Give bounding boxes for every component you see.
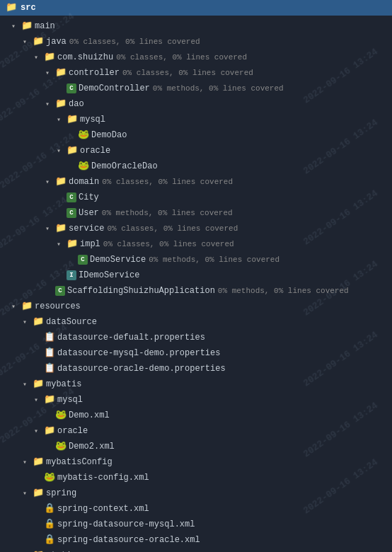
tree-row[interactable]: 🐸 DemoDao xyxy=(0,127,392,143)
tree-row[interactable]: C ScaffoldingShuizhuApplication 0% metho… xyxy=(0,283,392,299)
tree-row[interactable]: ▾ 📁 service 0% classes, 0% lines covered xyxy=(0,221,392,236)
tree-row[interactable]: ▾ 📁 domain 0% classes, 0% lines covered xyxy=(0,174,392,190)
tree-row[interactable]: ▾ 📁 dao xyxy=(0,96,392,112)
tree-row[interactable]: ▾ 📁 oracle xyxy=(0,423,392,439)
tree-row[interactable]: ▾ 📁 mysql xyxy=(0,112,392,127)
node-label: mybatis-config.xml xyxy=(57,473,149,483)
tree-row[interactable]: ▾ 📁 spring xyxy=(0,485,392,501)
node-label: DemoOracleDao xyxy=(91,161,158,171)
tree-row[interactable]: C DemoService 0% methods, 0% lines cover… xyxy=(0,252,392,268)
node-label: IDemoService xyxy=(79,270,139,280)
tree-row[interactable]: 🔒 spring-datasource-oracle.xml xyxy=(0,532,392,548)
tree-row[interactable]: C City xyxy=(0,190,392,205)
node-label: domain xyxy=(69,177,99,187)
node-label: com.shuizhu xyxy=(57,52,113,62)
tree-row[interactable]: C DemoController 0% methods, 0% lines co… xyxy=(0,81,392,96)
node-label: java xyxy=(46,37,67,47)
node-label: controller xyxy=(69,68,120,78)
node-label: ScaffoldingShuizhuApplication xyxy=(67,286,215,296)
node-label: Demo.xml xyxy=(69,410,110,420)
node-label: oracle xyxy=(80,146,110,156)
node-label: dataSource xyxy=(46,317,97,327)
tree-row[interactable]: ▾ 📁 dataSource xyxy=(0,314,392,330)
tree-row[interactable]: 🐸 Demo.xml xyxy=(0,408,392,423)
tree-row[interactable]: ▾ 📁 controller 0% classes, 0% lines cove… xyxy=(0,65,392,81)
node-label: main xyxy=(35,21,55,31)
top-bar-label: src xyxy=(21,3,36,13)
node-label: DemoService xyxy=(90,255,146,265)
tree-row[interactable]: ▾ 📁 java 0% classes, 0% lines covered xyxy=(0,34,392,50)
top-bar: 📁 src xyxy=(0,0,392,16)
tree-row[interactable]: 📋 datasource-mysql-demo.properties xyxy=(0,345,392,361)
tree-row[interactable]: ▾ 📁 impl 0% classes, 0% lines covered xyxy=(0,236,392,252)
node-label: DemoController xyxy=(79,84,150,93)
tree-row[interactable]: 📋 datasource-oracle-demo.properties xyxy=(0,361,392,376)
tree-row[interactable]: ▾ 📁 com.shuizhu 0% classes, 0% lines cov… xyxy=(0,50,392,65)
node-label: spring xyxy=(46,488,76,498)
tree-row[interactable]: ▾ 📁 main xyxy=(0,18,392,34)
node-label: spring-context.xml xyxy=(57,504,149,514)
node-label: service xyxy=(69,224,104,234)
node-label: datasource-defualt.properties xyxy=(57,333,205,343)
tree-row[interactable]: 📋 datasource-defualt.properties xyxy=(0,330,392,345)
tree-row[interactable]: ▾ 📁 mybatisConfig xyxy=(0,454,392,470)
tree-row[interactable]: C User 0% methods, 0% lines covered xyxy=(0,205,392,221)
tree-row[interactable]: 🐸 mybatis-config.xml xyxy=(0,470,392,485)
tree-row[interactable]: 🐸 Demo2.xml xyxy=(0,439,392,454)
tree-row[interactable]: I IDemoService xyxy=(0,268,392,283)
node-label: spring-datasource-oracle.xml xyxy=(57,535,200,545)
node-label: City xyxy=(79,192,99,202)
node-label: mybatisConfig xyxy=(46,457,113,467)
node-label: impl xyxy=(80,239,100,249)
node-label: User xyxy=(79,208,99,218)
node-label: datasource-oracle-demo.properties xyxy=(57,364,226,374)
tree-row[interactable]: ▾ 📁 resources xyxy=(0,299,392,314)
node-label: mybatis xyxy=(46,379,81,389)
tree-row[interactable]: 🔒 spring-datasource-mysql.xml xyxy=(0,517,392,532)
node-label: spring-datasource-mysql.xml xyxy=(57,519,195,529)
node-label: datasource-mysql-demo.properties xyxy=(57,348,220,358)
file-tree: ▾ 📁 main ▾ 📁 java 0% classes, 0% lines c… xyxy=(0,16,392,552)
tree-row[interactable]: ▸ 📁 static xyxy=(0,548,392,552)
node-label: Demo2.xml xyxy=(69,442,115,452)
node-label: dao xyxy=(69,99,84,109)
tree-row[interactable]: ▾ 📁 mybatis xyxy=(0,376,392,392)
node-label: DemoDao xyxy=(91,130,127,140)
node-label: mysql xyxy=(57,395,83,405)
node-label: mysql xyxy=(80,115,105,125)
tree-row[interactable]: 🐸 DemoOracleDao xyxy=(0,159,392,174)
node-label: oracle xyxy=(57,426,88,436)
tree-row[interactable]: ▾ 📁 mysql xyxy=(0,392,392,408)
tree-row[interactable]: 🔒 spring-context.xml xyxy=(0,501,392,517)
tree-row[interactable]: ▾ 📁 oracle xyxy=(0,143,392,159)
node-label: resources xyxy=(35,301,81,311)
